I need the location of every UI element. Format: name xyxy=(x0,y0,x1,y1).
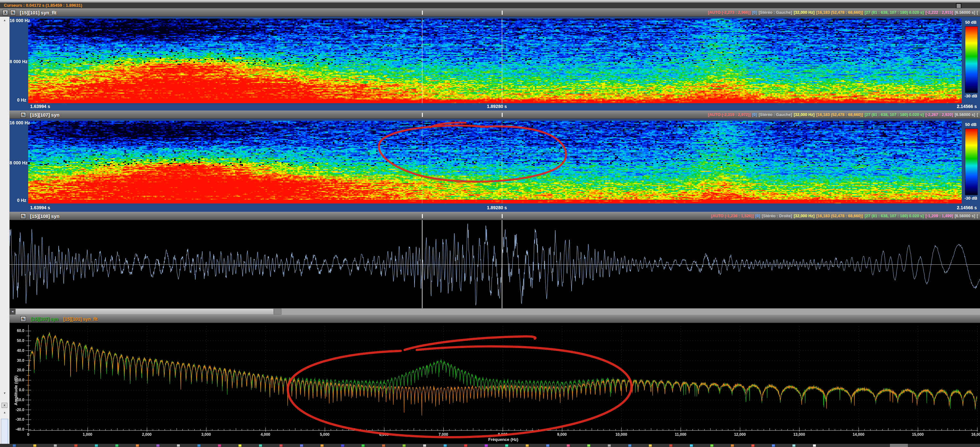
time-cursor-mark-1[interactable] xyxy=(422,11,423,15)
panel1-header: X % [15][101] syn_flt [AUTO (-2,273 : 2,… xyxy=(0,8,980,17)
info-segment: [AUTO (-2,319 : 2,972)] xyxy=(708,113,751,117)
taskbar[interactable] xyxy=(0,444,980,447)
time-label-left: 1.63994 s xyxy=(30,205,50,210)
taskbar-icon[interactable] xyxy=(115,444,118,447)
taskbar-icon[interactable] xyxy=(464,444,467,447)
info-segment: [ xyxy=(977,10,978,15)
taskbar-icon[interactable] xyxy=(156,444,159,447)
taskbar-icon[interactable] xyxy=(505,444,508,447)
cursor-readout-bar: Curseurs : 0.04172 s (1.85459 : 1.89631) xyxy=(0,3,980,8)
taskbar-active-item[interactable] xyxy=(890,444,908,447)
time-cursor-line-1[interactable] xyxy=(422,19,423,103)
time-cursor-mark-2[interactable] xyxy=(502,214,503,218)
taskbar-icon[interactable] xyxy=(239,444,242,447)
taskbar-icon[interactable] xyxy=(444,444,447,447)
taskbar-icon[interactable] xyxy=(669,444,672,447)
time-cursor-mark-1[interactable] xyxy=(422,113,423,117)
taskbar-icon[interactable] xyxy=(300,444,303,447)
spectrum-canvas[interactable] xyxy=(10,323,980,444)
scrollbar-grip[interactable] xyxy=(274,309,282,315)
panel2-time-ruler: 1.63994 s 1.89280 s 2.14566 s xyxy=(10,204,980,212)
time-label-mid: 1.89280 s xyxy=(458,205,535,210)
taskbar-icon[interactable] xyxy=(280,444,282,447)
scrollbar-thumb[interactable] xyxy=(15,309,274,315)
time-cursor-mark-2[interactable] xyxy=(502,11,503,15)
corner-box[interactable] xyxy=(956,3,961,9)
close-icon[interactable]: X xyxy=(3,10,8,15)
info-segment: [16,183 (52,478 : 68,660)] xyxy=(816,113,863,117)
taskbar-icon[interactable] xyxy=(710,444,713,447)
spectrogram1-canvas[interactable] xyxy=(28,19,962,103)
taskbar-icon[interactable] xyxy=(95,444,98,447)
taskbar-icon[interactable] xyxy=(33,444,36,447)
vertical-scrollbar[interactable]: ▲ ▼ X ▲ xyxy=(0,17,10,444)
info-segment: [0] xyxy=(752,113,757,117)
freq-label-mid: 8 000 Hz xyxy=(10,59,26,64)
taskbar-icon[interactable] xyxy=(136,444,139,447)
panel-tool-icon[interactable]: % xyxy=(10,10,16,15)
taskbar-icon[interactable] xyxy=(649,444,652,447)
taskbar-icon[interactable] xyxy=(526,444,529,447)
taskbar-icon[interactable] xyxy=(792,444,795,447)
scroll-up-icon[interactable]: ▲ xyxy=(0,411,9,414)
panel-tool-icon[interactable]: % xyxy=(21,213,26,219)
time-cursor-line-2[interactable] xyxy=(502,121,502,203)
scroll-left-arrow[interactable]: ◄ xyxy=(10,309,15,315)
spectrum-legend: [15][107] syn[15][101] syn_flt xyxy=(31,315,103,323)
time-cursor-mark-1[interactable] xyxy=(422,214,423,218)
taskbar-icon[interactable] xyxy=(197,444,200,447)
taskbar-icon[interactable] xyxy=(341,444,344,447)
colorbar-zone: 50 dB -30 dB xyxy=(962,119,980,205)
time-cursor-mark-2[interactable] xyxy=(502,113,503,117)
panel2-info: [AUTO (-2,319 : 2,972)][0][Stéréo : Gauc… xyxy=(706,111,978,119)
taskbar-icon[interactable] xyxy=(74,444,77,447)
waveform-area xyxy=(10,220,980,308)
panel-tool-icon[interactable]: % xyxy=(21,316,26,322)
taskbar-icon[interactable] xyxy=(259,444,262,447)
info-segment: [32,000 Hz] xyxy=(794,214,815,218)
info-segment: [16,183 (52,478 : 68,660)] xyxy=(816,10,863,15)
taskbar-icon[interactable] xyxy=(731,444,734,447)
taskbar-icon[interactable] xyxy=(690,444,693,447)
time-cursor-line-1[interactable] xyxy=(422,220,423,308)
taskbar-icon[interactable] xyxy=(218,444,221,447)
taskbar-icon[interactable] xyxy=(628,444,631,447)
info-segment: [6.56000 s] xyxy=(955,214,975,218)
spectrogram2-canvas[interactable] xyxy=(28,121,962,203)
taskbar-icon[interactable] xyxy=(772,444,775,447)
taskbar-icon[interactable] xyxy=(321,444,323,447)
taskbar-icon[interactable] xyxy=(402,444,406,447)
taskbar-icon[interactable] xyxy=(751,444,754,447)
taskbar-icon[interactable] xyxy=(382,444,385,447)
taskbar-icon[interactable] xyxy=(54,444,57,447)
panel2-title: [15][107] syn xyxy=(30,111,60,119)
info-segment: [ xyxy=(977,214,978,218)
info-segment: [AUTO (-1,236 : 1,526)] xyxy=(711,214,754,218)
freq-label-bottom: 0 Hz xyxy=(10,198,26,203)
taskbar-icon[interactable] xyxy=(362,444,364,447)
taskbar-icon[interactable] xyxy=(608,444,611,447)
taskbar-icon[interactable] xyxy=(546,444,549,447)
info-segment: [6.56000 s] xyxy=(955,113,975,117)
time-cursor-line-2[interactable] xyxy=(502,220,502,308)
panel-tool-icon[interactable]: % xyxy=(21,112,26,117)
taskbar-icon[interactable] xyxy=(813,444,816,447)
time-cursor-line-2[interactable] xyxy=(502,19,502,103)
scrollbar-thumb[interactable] xyxy=(1,419,8,447)
taskbar-icon[interactable] xyxy=(567,444,570,447)
taskbar-icon[interactable] xyxy=(177,444,180,447)
close-icon[interactable]: X xyxy=(2,403,7,408)
taskbar-icon[interactable] xyxy=(423,444,426,447)
colorbar-gradient xyxy=(965,26,978,93)
info-segment: [-1,209 : 1,499] xyxy=(926,214,953,218)
scroll-down-icon[interactable]: ▼ xyxy=(0,392,9,395)
panel1-title: [15][101] syn_flt xyxy=(20,9,56,17)
waveform-canvas[interactable] xyxy=(10,220,980,308)
time-cursor-line-1[interactable] xyxy=(422,121,423,203)
scroll-up-icon[interactable]: ▲ xyxy=(0,19,9,22)
horizontal-scrollbar[interactable]: ◄ xyxy=(10,308,980,315)
taskbar-icon[interactable] xyxy=(13,444,16,447)
freq-label-bottom: 0 Hz xyxy=(10,97,26,103)
taskbar-icon[interactable] xyxy=(485,444,488,447)
taskbar-icon[interactable] xyxy=(587,444,590,447)
